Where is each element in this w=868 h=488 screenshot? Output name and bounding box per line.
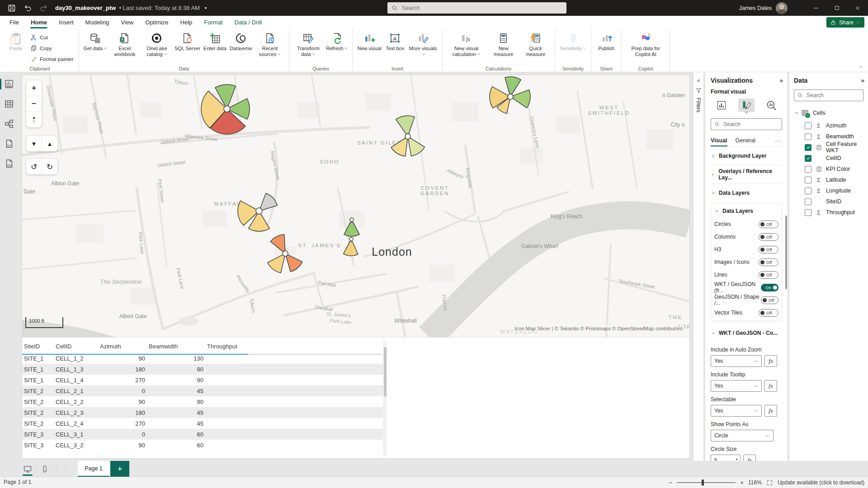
minimize-button[interactable] (806, 0, 826, 16)
new-visual-button[interactable]: New visual (356, 31, 382, 52)
format-visual-tab[interactable] (738, 99, 755, 112)
table-row[interactable]: SITE_1CELL_1_4270906 (22, 375, 387, 385)
quick-measure-button[interactable]: Quick measure (520, 31, 552, 57)
field-row-azimuth[interactable]: ΣAzimuth (794, 120, 863, 131)
cell-site-dot[interactable] (224, 106, 230, 112)
cell-sector-wedge[interactable] (270, 235, 285, 252)
file-title[interactable]: day30_makeover_ptw • Last saved: Today a… (55, 0, 208, 16)
prev-page-button[interactable] (52, 463, 61, 475)
onelake-catalog-button[interactable]: OneLake catalog (141, 31, 173, 57)
enter-data-button[interactable]: Enter data (202, 31, 228, 52)
field-row-beamwidth[interactable]: ΣBeamwidth (794, 131, 863, 142)
menu-tab-modeling[interactable]: Modeling (80, 16, 115, 28)
cell-site-dot[interactable] (508, 94, 513, 99)
cell-site[interactable] (391, 116, 425, 156)
cell-site-dot[interactable] (349, 237, 353, 241)
layer-toggle[interactable]: On (761, 284, 778, 291)
table-cell[interactable]: CELL_1_4 (54, 375, 98, 385)
paste-button[interactable]: Paste (4, 31, 28, 52)
copy-button[interactable]: Copy (28, 43, 75, 53)
table-cell[interactable]: CELL_2_4 (54, 418, 98, 429)
cell-sector-wedge[interactable] (505, 77, 521, 94)
cell-site-dot[interactable] (256, 208, 262, 214)
tab-general[interactable]: General (736, 135, 755, 146)
more-visuals-button[interactable]: More visuals (407, 31, 439, 57)
fx-button[interactable]: fx (764, 355, 777, 367)
field-checkbox[interactable] (805, 133, 811, 140)
sensitivity-button[interactable]: Sensitivity (558, 31, 588, 52)
menu-tab-view[interactable]: View (115, 16, 139, 28)
table-cell[interactable]: 180 (98, 407, 147, 418)
field-row-kpi-color[interactable]: KPI Color (794, 164, 863, 174)
table-cell[interactable]: 45 (147, 418, 205, 429)
fit-to-page-icon[interactable] (766, 479, 773, 486)
table-cell[interactable]: CELL_2_3 (54, 407, 98, 418)
expand-pane-icon[interactable]: « (697, 77, 700, 84)
menu-tab-home[interactable]: Home (25, 16, 53, 28)
table-cell[interactable]: SITE_3 (22, 440, 54, 450)
field-row-latitude[interactable]: ΣLatitude (794, 174, 863, 185)
table-cell[interactable]: 90 (98, 440, 147, 450)
icon-map-visual[interactable]: SOHOMAYFAIRST. JAMES'SCOVENT GARDENWEST … (22, 75, 689, 338)
layer-toggle[interactable]: Off (759, 221, 778, 228)
pitch-down-button[interactable]: ▼ (26, 136, 42, 151)
new-page-button[interactable]: + (110, 461, 129, 477)
table-row[interactable]: SITE_2CELL_2_2909010 (22, 396, 387, 407)
sidebar-item-dax-query-view[interactable]: DAX (3, 137, 15, 150)
menu-tab-data-drill[interactable]: Data / Drill (229, 16, 268, 28)
table-cell[interactable]: 90 (147, 396, 205, 407)
format-painter-button[interactable]: Format painter (28, 54, 75, 64)
table-cell[interactable]: SITE_1 (22, 364, 54, 375)
table-cell[interactable]: SITE_3 (22, 429, 54, 440)
cell-sector-wedge[interactable] (344, 241, 358, 256)
column-header-beamwidth[interactable]: Beamwidth (147, 340, 205, 353)
zoom-in-button[interactable]: + (26, 80, 42, 96)
format-search[interactable] (711, 118, 782, 130)
table-row[interactable]: SITE_1CELL_1_3180906 (22, 364, 387, 375)
update-available-link[interactable]: Update available (click to download) (778, 479, 864, 486)
table-cell[interactable]: 90 (147, 364, 205, 375)
cell-sector-wedge[interactable] (344, 222, 359, 236)
tab-visual[interactable]: Visual (711, 135, 727, 146)
table-node-cells[interactable]: Cells (794, 108, 863, 118)
cell-site-dot[interactable] (350, 218, 354, 221)
new-measure-button[interactable]: New measure (488, 31, 519, 57)
column-header-azimuth[interactable]: Azimuth (98, 340, 147, 353)
field-checkbox[interactable] (805, 155, 811, 162)
table-cell[interactable]: 0 (98, 429, 147, 440)
cell-site[interactable] (344, 218, 359, 236)
table-cell[interactable]: 45 (147, 407, 205, 418)
table-cell[interactable]: 10 (205, 396, 387, 407)
sidebar-item-table-view[interactable] (3, 98, 15, 110)
more-options-icon[interactable]: ··· (775, 137, 782, 144)
analytics-tab[interactable] (763, 99, 779, 112)
global-search[interactable] (387, 2, 566, 14)
zoom-out-button[interactable]: − (26, 96, 42, 112)
field-checkbox[interactable] (805, 144, 811, 151)
table-cell[interactable]: 6 (205, 418, 387, 429)
table-row[interactable]: SITE_2CELL_2_4270456 (22, 418, 387, 429)
cell-site[interactable] (238, 193, 277, 231)
sidebar-item-tmdl-view[interactable]: TMDL (3, 157, 15, 170)
column-header-cellid[interactable]: CellID (54, 340, 98, 353)
search-input[interactable] (401, 5, 552, 12)
build-visual-tab[interactable] (713, 99, 730, 112)
cell-sector-wedge[interactable] (286, 255, 302, 272)
table-cell[interactable]: 270 (98, 418, 147, 429)
field-checkbox[interactable] (805, 198, 811, 205)
next-page-button[interactable] (61, 463, 71, 475)
table-cell[interactable]: 10 (205, 385, 387, 396)
field-checkbox[interactable] (805, 209, 811, 216)
cell-sector-wedge[interactable] (408, 138, 425, 156)
table-cell[interactable]: 6 (205, 375, 387, 385)
desktop-layout-button[interactable] (21, 463, 34, 475)
collapse-ribbon-button[interactable] (856, 63, 866, 70)
undo-button[interactable] (22, 2, 34, 14)
collapse-pane-icon[interactable]: » (779, 77, 782, 84)
fields-search[interactable] (794, 89, 863, 101)
section-wkt-geojson[interactable]: WKT / GeoJSON - Co... (711, 324, 782, 342)
table-cell[interactable]: CELL_2_1 (54, 385, 98, 396)
text-box-button[interactable]: AText box (383, 31, 407, 52)
table-cell[interactable]: 6 (205, 364, 387, 375)
refresh-button[interactable]: Refresh (325, 31, 349, 52)
